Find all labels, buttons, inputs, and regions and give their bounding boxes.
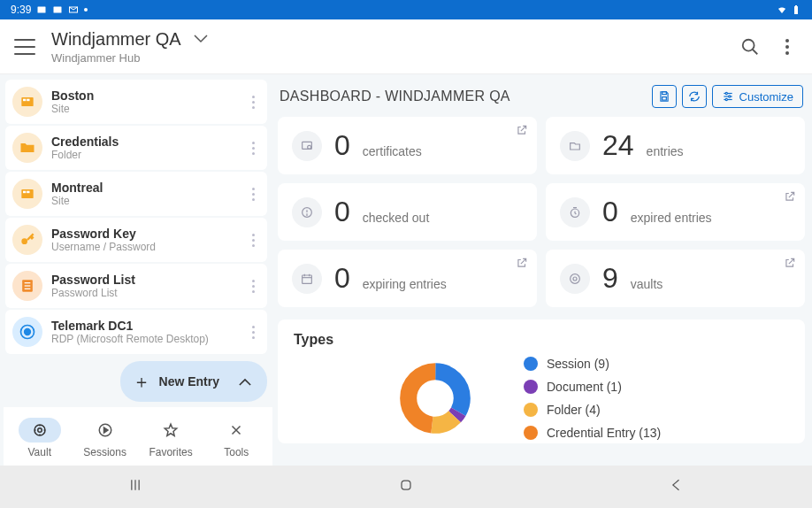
image-icon <box>36 4 47 15</box>
entries-icon <box>560 131 590 161</box>
bottom-tabs: VaultSessionsFavoritesTools <box>4 407 272 466</box>
external-link-icon[interactable] <box>784 257 796 273</box>
stat-label: entries <box>647 144 684 162</box>
legend-item: Session (9) <box>524 357 661 371</box>
stat-value: 0 <box>334 262 350 295</box>
legend-dot <box>524 403 538 417</box>
recent-apps-button[interactable] <box>126 476 144 497</box>
entry-list: Boston Site Credentials Folder Montreal … <box>4 78 272 356</box>
save-button[interactable] <box>652 85 677 108</box>
star-icon <box>149 418 192 443</box>
key-icon <box>12 225 42 255</box>
external-link-icon[interactable] <box>516 257 528 273</box>
plus-icon: ＋ <box>133 370 150 394</box>
app-header: Windjammer QA Windjammer Hub <box>0 19 812 74</box>
back-button[interactable] <box>668 476 686 497</box>
chevron-down-icon[interactable] <box>194 35 208 43</box>
dashboard-title: DASHBOARD - WINDJAMMER QA <box>280 89 510 104</box>
stat-label: expiring entries <box>363 277 447 295</box>
refresh-button[interactable] <box>682 85 707 108</box>
tab-favorites[interactable]: Favorites <box>149 418 192 458</box>
svg-point-19 <box>25 329 31 335</box>
stat-card-entries[interactable]: 24 entries <box>546 117 805 174</box>
entry-item[interactable]: Credentials Folder <box>5 126 267 170</box>
legend-dot <box>524 426 538 440</box>
tab-vault[interactable]: Vault <box>19 418 61 458</box>
menu-button[interactable] <box>14 39 35 55</box>
tab-label: Tools <box>224 446 249 458</box>
svg-point-33 <box>728 96 730 97</box>
entry-title: Credentials <box>51 135 235 149</box>
svg-rect-4 <box>795 5 797 6</box>
stat-card-expiring-entries[interactable]: 0 expiring entries <box>278 250 537 307</box>
android-status-bar: 9:39 <box>0 0 812 19</box>
entry-subtitle: Password List <box>51 287 235 299</box>
external-link-icon[interactable] <box>516 124 528 140</box>
sliders-icon <box>722 90 734 103</box>
external-link-icon[interactable] <box>784 190 796 206</box>
folder-icon <box>12 133 42 163</box>
new-entry-chevron[interactable] <box>232 368 258 395</box>
mail-icon <box>68 4 79 15</box>
svg-rect-7 <box>21 97 33 106</box>
overflow-menu[interactable] <box>777 36 798 58</box>
battery-icon <box>791 4 801 15</box>
stat-value: 9 <box>602 262 618 295</box>
home-button[interactable] <box>397 476 415 497</box>
stat-card-certificates[interactable]: 0 certificates <box>278 117 537 174</box>
legend-item: Folder (4) <box>524 403 661 417</box>
entry-more-button[interactable] <box>244 96 262 109</box>
entry-item[interactable]: Telemark DC1 RDP (Microsoft Remote Deskt… <box>5 310 267 354</box>
customize-button[interactable]: Customize <box>712 85 803 108</box>
svg-point-5 <box>743 39 755 50</box>
svg-point-44 <box>573 277 577 281</box>
legend-dot <box>524 380 538 394</box>
entry-item[interactable]: Password Key Username / Password <box>5 218 267 262</box>
entry-more-button[interactable] <box>244 234 262 247</box>
entry-item[interactable]: Boston Site <box>5 80 267 124</box>
entry-more-button[interactable] <box>244 188 262 201</box>
stat-card-vaults[interactable]: 9 vaults <box>546 250 805 307</box>
stat-card-checked-out[interactable]: 0 checked out <box>278 183 537 241</box>
legend-item: Credential Entry (13) <box>524 426 661 440</box>
entry-item[interactable]: Password List Password List <box>5 264 267 308</box>
customize-label: Customize <box>739 90 793 104</box>
stat-value: 0 <box>602 196 618 228</box>
sidebar: Boston Site Credentials Folder Montreal … <box>0 74 272 466</box>
status-time: 9:39 <box>11 4 31 16</box>
new-entry-button[interactable]: ＋ New Entry <box>120 361 267 402</box>
site-icon <box>12 87 42 117</box>
legend-label: Folder (4) <box>547 403 601 417</box>
entry-more-button[interactable] <box>244 280 262 293</box>
search-button[interactable] <box>739 36 761 58</box>
legend-dot <box>524 357 538 371</box>
image-icon <box>52 4 63 15</box>
svg-point-20 <box>34 425 45 435</box>
clock-icon <box>560 197 590 227</box>
svg-rect-53 <box>402 481 410 489</box>
svg-point-36 <box>308 145 311 149</box>
svg-rect-0 <box>38 7 46 13</box>
tab-label: Vault <box>28 446 51 458</box>
svg-point-32 <box>725 92 727 94</box>
entry-more-button[interactable] <box>244 326 262 339</box>
tab-label: Sessions <box>83 446 126 458</box>
stat-value: 0 <box>334 196 350 228</box>
svg-point-21 <box>37 428 42 433</box>
app-subtitle: Windjammer Hub <box>51 51 208 65</box>
svg-line-6 <box>753 49 758 54</box>
svg-rect-9 <box>27 99 29 102</box>
android-nav-bar <box>0 466 812 508</box>
checkout-icon <box>292 197 322 227</box>
types-legend: Session (9)Document (1)Folder (4)Credent… <box>524 357 661 440</box>
entry-item[interactable]: Montreal Site <box>5 172 267 216</box>
play-icon <box>84 418 126 443</box>
entry-more-button[interactable] <box>244 142 262 155</box>
tools-icon <box>215 418 257 443</box>
stat-card-expired-entries[interactable]: 0 expired entries <box>546 183 805 241</box>
tab-tools[interactable]: Tools <box>215 418 257 458</box>
svg-rect-3 <box>794 6 798 14</box>
svg-rect-12 <box>27 191 29 194</box>
refresh-icon <box>688 90 701 103</box>
tab-sessions[interactable]: Sessions <box>83 418 126 458</box>
